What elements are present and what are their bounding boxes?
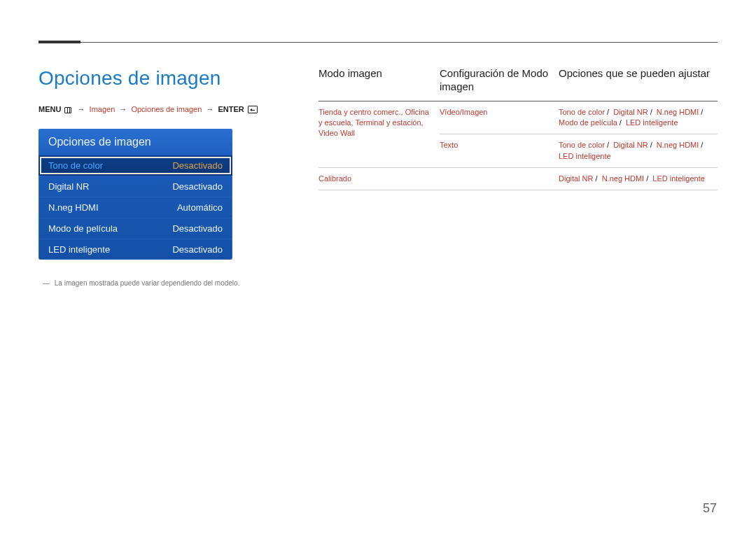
- breadcrumb-enter: ENTER: [218, 105, 244, 113]
- value: Tienda y centro comerc.: [318, 108, 401, 116]
- value: Terminal y estación: [355, 118, 421, 127]
- osd-title: Opciones de imagen: [38, 129, 232, 155]
- page-divider-accent: [38, 41, 80, 43]
- osd-row-tono-de-color[interactable]: Tono de color Desactivado: [38, 155, 232, 176]
- osd-label: LED inteligente: [48, 244, 110, 255]
- osd-panel: Opciones de imagen Tono de color Desacti…: [38, 129, 232, 260]
- breadcrumb-opciones: Opciones de imagen: [131, 105, 202, 113]
- breadcrumb-imagen: Imagen: [90, 105, 115, 113]
- opt: Tono de color: [559, 108, 605, 116]
- opt: N.neg HDMI: [657, 141, 699, 149]
- section-title: Opciones de imagen: [38, 67, 220, 90]
- cell-opciones: Tono de color/ Digital NR/ N.neg HDMI/ M…: [559, 107, 718, 129]
- breadcrumb: MENU → Imagen → Opciones de imagen → ENT…: [38, 105, 259, 113]
- osd-value: Automático: [177, 202, 223, 213]
- cell-modo-imagen: Calibrado: [318, 174, 440, 184]
- osd-row-nneg-hdmi[interactable]: N.neg HDMI Automático: [38, 197, 232, 218]
- value: Video Wall: [318, 129, 355, 137]
- cell-config: Vídeo/Imagen: [440, 107, 559, 129]
- osd-label: Tono de color: [48, 160, 103, 171]
- cell-group: Vídeo/Imagen Tono de color/ Digital NR/ …: [440, 107, 718, 162]
- th-opciones-ajustar: Opciones que se pueden ajustar: [559, 67, 718, 94]
- page: Opciones de imagen MENU → Imagen → Opcio…: [0, 0, 756, 534]
- cell-opciones: Tono de color/ Digital NR/ N.neg HDMI/ L…: [559, 140, 718, 162]
- opt: N.neg HDMI: [602, 174, 645, 183]
- table-row: Calibrado Digital NR/ N.neg HDMI/ LED in…: [318, 168, 718, 190]
- opt: Digital NR: [613, 141, 648, 149]
- page-number: 57: [703, 501, 717, 516]
- osd-row-led-inteligente[interactable]: LED inteligente Desactivado: [38, 239, 232, 260]
- osd-label: N.neg HDMI: [48, 202, 99, 213]
- cell-opciones: Digital NR/ N.neg HDMI/ LED inteligente: [559, 174, 718, 184]
- osd-row-modo-pelicula[interactable]: Modo de película Desactivado: [38, 218, 232, 239]
- opt: Digital NR: [559, 174, 594, 183]
- opt: LED inteligente: [652, 174, 705, 183]
- osd-value: Desactivado: [172, 181, 223, 192]
- osd-label: Digital NR: [48, 181, 90, 192]
- cell-config: Texto: [440, 140, 559, 162]
- enter-icon: [248, 106, 258, 113]
- opt: LED inteligente: [559, 152, 611, 160]
- cell-config: [440, 174, 559, 184]
- th-modo-imagen: Modo imagen: [318, 67, 440, 94]
- note-dash: ―: [43, 279, 50, 287]
- table-row: Tienda y centro comerc., Oficina y escue…: [318, 101, 718, 169]
- menu-icon: [64, 107, 71, 113]
- osd-label: Modo de película: [48, 223, 118, 234]
- arrow-icon: →: [119, 105, 127, 113]
- osd-note: ― La imagen mostrada puede variar depend…: [43, 279, 239, 287]
- osd-value: Desactivado: [172, 244, 223, 255]
- opt: Tono de color: [559, 141, 605, 149]
- th-config-modo: Configuración de Modo imagen: [440, 67, 559, 94]
- osd-value: Desactivado: [172, 160, 223, 171]
- opt: N.neg HDMI: [657, 108, 699, 116]
- note-text: La imagen mostrada puede variar dependie…: [55, 279, 240, 287]
- osd-row-digital-nr[interactable]: Digital NR Desactivado: [38, 176, 232, 197]
- arrow-icon: →: [206, 105, 214, 113]
- opt: Digital NR: [613, 108, 648, 116]
- opt: LED inteligente: [626, 118, 678, 127]
- options-table: Modo imagen Configuración de Modo imagen…: [318, 67, 718, 190]
- breadcrumb-menu: MENU: [38, 105, 61, 113]
- osd-value: Desactivado: [172, 223, 223, 234]
- cell-modo-imagen: Tienda y centro comerc., Oficina y escue…: [318, 107, 440, 139]
- page-divider: [38, 42, 718, 43]
- arrow-icon: →: [78, 105, 85, 113]
- opt: Modo de película: [559, 118, 617, 127]
- table-header: Modo imagen Configuración de Modo imagen…: [318, 67, 718, 101]
